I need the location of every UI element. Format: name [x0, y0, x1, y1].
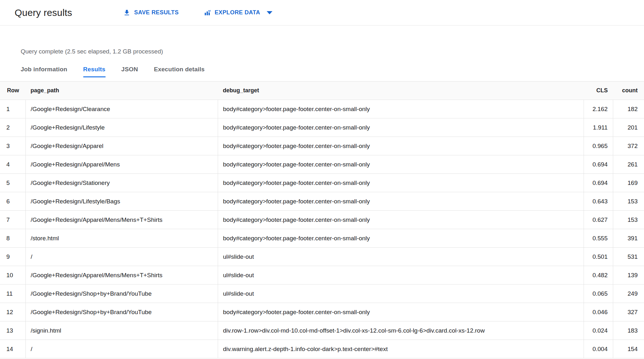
cell-debug_target: body#category>footer.page-footer.center-… [218, 155, 584, 174]
cell-cls: 0.627 [584, 211, 613, 229]
table-row: 10/Google+Redesign/Apparel/Mens/Mens+T+S… [0, 266, 644, 285]
cell-cls: 0.694 [584, 155, 613, 174]
download-icon [123, 9, 131, 17]
cell-count: 261 [613, 155, 644, 174]
tab-results[interactable]: Results [83, 66, 106, 77]
cell-cls: 0.065 [584, 285, 613, 303]
cell-count: 327 [613, 303, 644, 321]
cell-count: 531 [613, 248, 644, 266]
cell-count: 372 [613, 137, 644, 155]
results-table-body: 1/Google+Redesign/Clearancebody#category… [0, 100, 644, 358]
cell-row: 9 [0, 248, 25, 266]
cell-cls: 1.911 [584, 118, 613, 137]
cell-cls: 0.501 [584, 248, 613, 266]
cell-debug_target: body#category>footer.page-footer.center-… [218, 118, 584, 137]
cell-count: 201 [613, 118, 644, 137]
table-row: 13/signin.htmldiv.row-1.row>div.col-md-1… [0, 321, 644, 340]
cell-count: 182 [613, 100, 644, 118]
table-row: 6/Google+Redesign/Lifestyle/Bagsbody#cat… [0, 192, 644, 211]
cell-row: 8 [0, 229, 25, 248]
table-row: 5/Google+Redesign/Stationerybody#categor… [0, 174, 644, 192]
cell-count: 153 [613, 211, 644, 229]
cell-cls: 0.482 [584, 266, 613, 285]
cell-page_path: / [25, 340, 218, 358]
column-header-page-path: page_path [25, 81, 218, 100]
cell-page_path: /store.html [25, 229, 218, 248]
cell-page_path: /signin.html [25, 321, 218, 340]
bar-chart-icon [203, 9, 211, 17]
cell-row: 6 [0, 192, 25, 211]
cell-cls: 0.643 [584, 192, 613, 211]
cell-page_path: /Google+Redesign/Shop+by+Brand/YouTube [25, 303, 218, 321]
cell-debug_target: ul#slide-out [218, 248, 584, 266]
cell-cls: 0.004 [584, 340, 613, 358]
table-row: 14/div.warning.alert.z-depth-1.info-colo… [0, 340, 644, 358]
cell-debug_target: div.row-1.row>div.col-md-10.col-md-offse… [218, 321, 584, 340]
table-row: 2/Google+Redesign/Lifestylebody#category… [0, 118, 644, 137]
cell-page_path: /Google+Redesign/Apparel/Mens/Mens+T+Shi… [25, 266, 218, 285]
table-row: 4/Google+Redesign/Apparel/Mensbody#categ… [0, 155, 644, 174]
cell-debug_target: ul#slide-out [218, 266, 584, 285]
cell-row: 10 [0, 266, 25, 285]
query-status: Query complete (2.5 sec elapsed, 1.2 GB … [21, 48, 644, 55]
tab-bar: Job information Results JSON Execution d… [21, 66, 644, 77]
save-results-button[interactable]: SAVE RESULTS [123, 9, 179, 17]
cell-row: 5 [0, 174, 25, 192]
tab-execution-details[interactable]: Execution details [154, 66, 205, 77]
cell-page_path: /Google+Redesign/Apparel/Mens/Mens+T+Shi… [25, 211, 218, 229]
cell-row: 12 [0, 303, 25, 321]
cell-page_path: /Google+Redesign/Shop+by+Brand/YouTube [25, 285, 218, 303]
column-header-cls: CLS [584, 81, 613, 100]
query-panel: Query complete (2.5 sec elapsed, 1.2 GB … [0, 48, 644, 77]
table-row: 8/store.htmlbody#category>footer.page-fo… [0, 229, 644, 248]
results-table: Row page_path debug_target CLS count 1/G… [0, 81, 644, 358]
table-row: 1/Google+Redesign/Clearancebody#category… [0, 100, 644, 118]
cell-cls: 0.046 [584, 303, 613, 321]
cell-debug_target: body#category>footer.page-footer.center-… [218, 100, 584, 118]
dropdown-caret-icon [267, 11, 272, 14]
cell-row: 14 [0, 340, 25, 358]
column-header-debug-target: debug_target [218, 81, 584, 100]
cell-debug_target: body#category>footer.page-footer.center-… [218, 303, 584, 321]
cell-page_path: /Google+Redesign/Lifestyle/Bags [25, 192, 218, 211]
table-row: 7/Google+Redesign/Apparel/Mens/Mens+T+Sh… [0, 211, 644, 229]
table-row: 12/Google+Redesign/Shop+by+Brand/YouTube… [0, 303, 644, 321]
cell-debug_target: body#category>footer.page-footer.center-… [218, 192, 584, 211]
cell-debug_target: ul#slide-out [218, 285, 584, 303]
cell-page_path: / [25, 248, 218, 266]
tab-job-information[interactable]: Job information [21, 66, 67, 77]
cell-page_path: /Google+Redesign/Apparel/Mens [25, 155, 218, 174]
table-row: 11/Google+Redesign/Shop+by+Brand/YouTube… [0, 285, 644, 303]
cell-row: 7 [0, 211, 25, 229]
cell-cls: 0.555 [584, 229, 613, 248]
cell-count: 249 [613, 285, 644, 303]
cell-count: 169 [613, 174, 644, 192]
save-results-label: SAVE RESULTS [134, 9, 179, 16]
cell-cls: 0.965 [584, 137, 613, 155]
cell-count: 153 [613, 192, 644, 211]
cell-row: 3 [0, 137, 25, 155]
page-title: Query results [15, 7, 72, 18]
cell-count: 154 [613, 340, 644, 358]
cell-row: 4 [0, 155, 25, 174]
query-results-header: Query results SAVE RESULTS EXPLORE DATA [0, 0, 644, 25]
cell-debug_target: body#category>footer.page-footer.center-… [218, 229, 584, 248]
cell-debug_target: body#category>footer.page-footer.center-… [218, 137, 584, 155]
cell-debug_target: div.warning.alert.z-depth-1.info-color-d… [218, 340, 584, 358]
cell-row: 1 [0, 100, 25, 118]
table-row: 9/ul#slide-out0.501531 [0, 248, 644, 266]
explore-data-button[interactable]: EXPLORE DATA [203, 9, 272, 17]
cell-page_path: /Google+Redesign/Clearance [25, 100, 218, 118]
cell-row: 11 [0, 285, 25, 303]
table-row: 3/Google+Redesign/Apparelbody#category>f… [0, 137, 644, 155]
cell-page_path: /Google+Redesign/Stationery [25, 174, 218, 192]
explore-data-label: EXPLORE DATA [215, 9, 260, 16]
cell-cls: 0.694 [584, 174, 613, 192]
tab-json[interactable]: JSON [121, 66, 138, 77]
cell-cls: 0.024 [584, 321, 613, 340]
cell-page_path: /Google+Redesign/Lifestyle [25, 118, 218, 137]
table-header-row: Row page_path debug_target CLS count [0, 81, 644, 100]
cell-row: 13 [0, 321, 25, 340]
cell-count: 139 [613, 266, 644, 285]
cell-cls: 2.162 [584, 100, 613, 118]
